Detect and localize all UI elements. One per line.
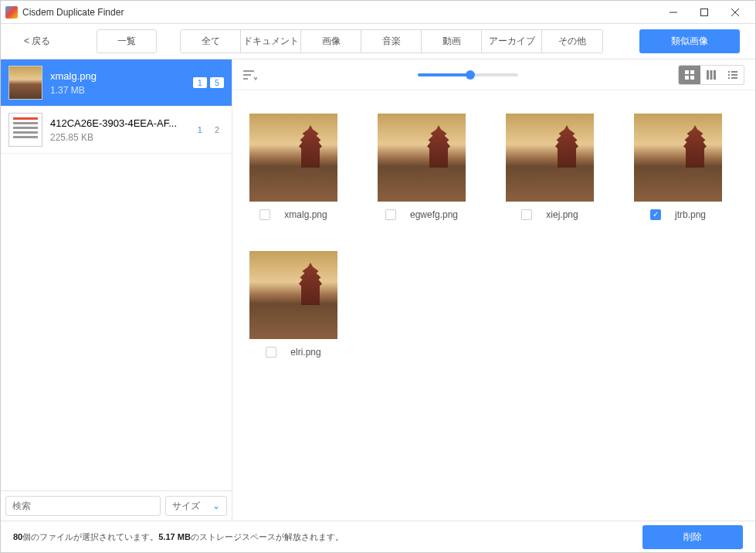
grid-thumbnail — [378, 114, 466, 202]
sidebar: xmalg.png 1.37 MB 1 5 412CA26E-3903-4EEA… — [1, 59, 232, 521]
grid-thumbnail — [506, 114, 594, 202]
window-controls — [658, 2, 751, 23]
similar-images-button[interactable]: 類似画像 — [639, 29, 740, 53]
grid-thumbnail — [634, 114, 722, 202]
content-toolbar — [232, 59, 755, 90]
app-icon — [5, 6, 18, 19]
view-mode-columns[interactable] — [700, 66, 722, 84]
grid-item[interactable]: elri.png — [243, 251, 344, 358]
grid-item-name: xmalg.png — [284, 209, 327, 220]
select-checkbox[interactable] — [259, 209, 270, 220]
badge-selected-count: 1 — [193, 124, 207, 135]
grid-item[interactable]: xiej.png — [500, 114, 600, 220]
svg-rect-15 — [731, 71, 737, 73]
thumbnail-icon — [8, 66, 42, 100]
titlebar: Cisdem Duplicate Finder — [1, 1, 755, 24]
badge-total-count: 2 — [210, 124, 224, 135]
grid-item-name: xiej.png — [546, 209, 578, 220]
chevron-down-icon: ⌄ — [212, 500, 220, 511]
grid-thumbnail — [249, 251, 337, 339]
svg-rect-10 — [690, 76, 694, 80]
select-checkbox[interactable] — [521, 209, 532, 220]
thumbnail-size-slider[interactable] — [418, 73, 518, 76]
svg-rect-18 — [728, 77, 730, 79]
file-name: 412CA26E-3903-4EEA-AF... — [50, 117, 185, 129]
status-text: 個のファイルが選択されています。 — [22, 531, 158, 543]
list-view-button[interactable]: 一覧 — [97, 29, 157, 53]
thumbnail-grid: xmalg.png egwefg.png xiej.png — [232, 90, 755, 521]
grid-thumbnail — [249, 114, 337, 202]
back-button[interactable]: < 戻る — [16, 30, 58, 53]
view-mode-list[interactable] — [722, 66, 744, 84]
minimize-button[interactable] — [658, 2, 689, 23]
badge-selected-count: 1 — [193, 77, 207, 88]
close-button[interactable] — [720, 2, 751, 23]
badge-total-count: 5 — [210, 77, 224, 88]
content-panel: xmalg.png egwefg.png xiej.png — [232, 59, 755, 521]
filter-tabs: 全て ドキュメント 画像 音楽 動画 アーカイブ その他 — [180, 29, 603, 53]
grid-item[interactable]: egwefg.png — [371, 114, 472, 220]
file-size: 1.37 MB — [50, 85, 185, 96]
size-select-label: サイズ — [172, 500, 200, 513]
window-title: Cisdem Duplicate Finder — [22, 7, 658, 18]
tab-archive[interactable]: アーカイブ — [482, 30, 542, 53]
svg-rect-7 — [685, 70, 689, 74]
svg-rect-16 — [728, 74, 730, 76]
grid-item[interactable]: xmalg.png — [243, 114, 344, 220]
status-text: のストレージスペースが解放されます。 — [191, 531, 344, 543]
select-checkbox[interactable] — [385, 209, 396, 220]
search-input[interactable] — [5, 496, 161, 516]
grid-item-name: elri.png — [290, 347, 320, 358]
grid-item-name: egwefg.png — [410, 209, 458, 220]
svg-rect-14 — [728, 71, 730, 73]
status-size: 5.17 MB — [158, 532, 191, 541]
svg-rect-13 — [714, 70, 716, 80]
status-file-count: 80 — [13, 532, 22, 541]
main-area: xmalg.png 1.37 MB 1 5 412CA26E-3903-4EEA… — [1, 59, 755, 521]
tab-document[interactable]: ドキュメント — [241, 30, 301, 53]
list-item[interactable]: xmalg.png 1.37 MB 1 5 — [1, 59, 232, 107]
size-sort-select[interactable]: サイズ ⌄ — [165, 496, 227, 516]
thumbnail-icon — [8, 113, 42, 147]
slider-handle[interactable] — [466, 70, 475, 80]
svg-rect-8 — [690, 70, 694, 74]
svg-rect-11 — [707, 70, 709, 80]
svg-rect-17 — [731, 74, 737, 76]
toolbar: < 戻る 一覧 全て ドキュメント 画像 音楽 動画 アーカイブ その他 類似画… — [1, 24, 755, 59]
tab-other[interactable]: その他 — [542, 30, 602, 53]
delete-button[interactable]: 削除 — [642, 525, 743, 549]
svg-rect-19 — [731, 77, 737, 79]
select-checkbox[interactable] — [266, 347, 276, 358]
sort-icon[interactable] — [243, 70, 257, 80]
maximize-button[interactable] — [689, 2, 720, 23]
select-checkbox[interactable] — [650, 209, 661, 220]
tab-all[interactable]: 全て — [181, 30, 241, 53]
list-item[interactable]: 412CA26E-3903-4EEA-AF... 225.85 KB 1 2 — [1, 107, 232, 154]
tab-video[interactable]: 動画 — [422, 30, 482, 53]
grid-item[interactable]: jtrb.png — [628, 114, 728, 220]
tab-music[interactable]: 音楽 — [361, 30, 422, 53]
file-size: 225.85 KB — [50, 132, 185, 143]
svg-rect-9 — [685, 76, 689, 80]
svg-rect-1 — [701, 8, 708, 15]
duplicate-group-list: xmalg.png 1.37 MB 1 5 412CA26E-3903-4EEA… — [1, 59, 232, 490]
view-mode-grid[interactable] — [679, 66, 700, 84]
svg-rect-12 — [710, 70, 713, 80]
sidebar-footer: サイズ ⌄ — [1, 490, 232, 521]
tab-image[interactable]: 画像 — [301, 30, 361, 53]
file-name: xmalg.png — [50, 70, 185, 82]
grid-item-name: jtrb.png — [675, 209, 706, 220]
view-mode-group — [678, 65, 744, 85]
statusbar: 80 個のファイルが選択されています。 5.17 MB のストレージスペースが解… — [1, 521, 755, 552]
